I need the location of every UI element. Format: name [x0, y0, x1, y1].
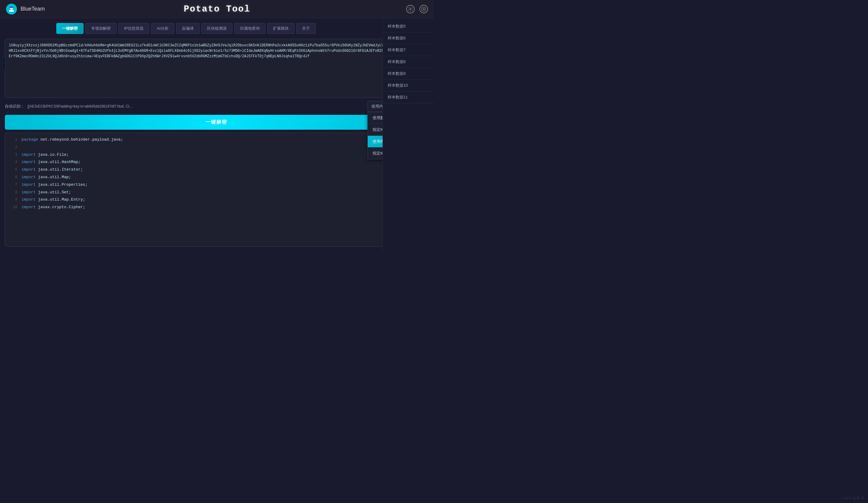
table-row: 8 import java.util.Set;	[5, 189, 428, 197]
table-row: 1 package net.rebeyond.behinder.payload.…	[5, 136, 428, 144]
table-row: 9 import java.util.Map.Entry;	[5, 196, 428, 204]
sidebar-item-6[interactable]: 样本数据11	[383, 91, 434, 103]
tab-ai-analysis[interactable]: AI分析	[151, 23, 174, 34]
svg-rect-1	[9, 10, 14, 12]
table-row: 7 import java.util.Properties;	[5, 181, 428, 189]
settings-button[interactable]	[406, 5, 415, 13]
close-button[interactable]	[420, 5, 428, 13]
tab-ip-filter[interactable]: IP信息筛选	[118, 23, 149, 34]
table-row: 4 import java.util.HashMap;	[5, 159, 428, 166]
main-container: 一键解密 专项加解密 IP信息筛选 AI分析 反编译 区块链溯源 归属地查询 扩…	[0, 18, 434, 252]
svg-point-5	[410, 8, 411, 10]
auto-detect-label: 自动识别：	[5, 104, 24, 109]
title-bar-right	[406, 5, 428, 13]
tab-blockchain[interactable]: 区块链溯源	[201, 23, 232, 34]
nav-bar: 一键解密 专项加解密 IP信息筛选 AI分析 反编译 区块链溯源 归属地查询 扩…	[5, 23, 428, 34]
title-bar-left: BlueTeam	[6, 4, 45, 14]
cipher-text-input[interactable]: lU8uyiyjXXzvsjJ6NXDG1MipBGczmdPCld/kHduh…	[9, 43, 424, 94]
tab-decompile[interactable]: 反编译	[176, 23, 199, 34]
title-bar: BlueTeam Potato Tool	[0, 0, 434, 18]
sidebar-item-1[interactable]: 样本数据6	[383, 32, 434, 44]
table-row: 6 import java.util.Map;	[5, 174, 428, 181]
table-row: 10 import javax.crypto.Cipher;	[5, 204, 428, 211]
sidebar-item-0[interactable]: 样本数据5	[383, 21, 434, 32]
table-row: 5 import java.util.Iterator;	[5, 166, 428, 174]
right-sidebar: 样本数据5 样本数据6 样本数据7 样本数据8 样本数据9 样本数据10 样本数…	[383, 18, 434, 252]
tab-about[interactable]: 关于	[296, 23, 316, 34]
one-click-decrypt-button[interactable]: 一键解密	[5, 115, 428, 130]
tab-extensions[interactable]: 扩展模块	[267, 23, 294, 34]
output-section: 1 package net.rebeyond.behinder.payload.…	[5, 133, 428, 247]
auto-detect-value: [[AES\ECB\PKCS5Padding<key:iv>ab645dd196…	[28, 104, 364, 109]
app-icon	[6, 4, 17, 14]
table-row: 3 import java.io.File;	[5, 151, 428, 159]
input-section: lU8uyiyjXXzvsjJ6NXDG1MipBGczmdPCld/kHduh…	[5, 39, 428, 98]
content-area: 一键解密 专项加解密 IP信息筛选 AI分析 反编译 区块链溯源 归属地查询 扩…	[0, 18, 434, 252]
auto-detect-row: 自动识别： [[AES\ECB\PKCS5Padding<key:iv>ab64…	[5, 101, 428, 112]
tab-location[interactable]: 归属地查询	[234, 23, 266, 34]
sidebar-item-2[interactable]: 样本数据7	[383, 44, 434, 56]
tab-one-click-decrypt[interactable]: 一键解密	[56, 23, 84, 34]
sidebar-item-4[interactable]: 样本数据9	[383, 68, 434, 80]
code-area: 1 package net.rebeyond.behinder.payload.…	[5, 133, 428, 247]
window-title: Potato Tool	[184, 4, 250, 14]
sidebar-item-5[interactable]: 样本数据10	[383, 80, 434, 91]
tab-special-encrypt[interactable]: 专项加解密	[85, 23, 116, 34]
svg-rect-4	[9, 7, 14, 8]
sidebar-item-3[interactable]: 样本数据8	[383, 56, 434, 68]
table-row: 2	[5, 144, 428, 151]
app-title-text: BlueTeam	[21, 6, 45, 12]
